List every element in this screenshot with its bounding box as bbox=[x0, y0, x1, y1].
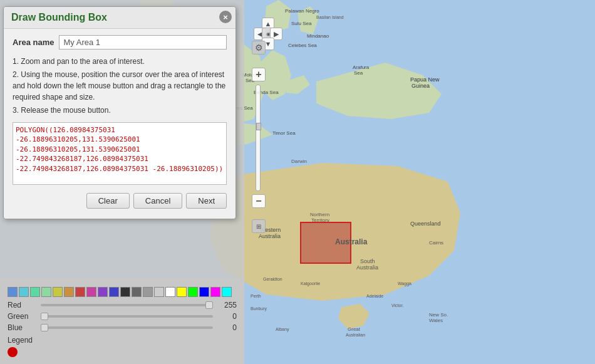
swatch-blue-dark[interactable] bbox=[109, 287, 119, 297]
draw-bounding-box-dialog: Draw Bounding Box × Area name 1. Zoom an… bbox=[3, 6, 236, 219]
svg-text:Victor.: Victor. bbox=[391, 303, 403, 308]
svg-text:Australia: Australia bbox=[356, 264, 378, 271]
swatch-dark[interactable] bbox=[120, 287, 130, 297]
area-name-row: Area name bbox=[13, 35, 227, 49]
green-thumb[interactable] bbox=[41, 313, 48, 320]
green-value: 0 bbox=[218, 312, 237, 321]
svg-text:Papua New: Papua New bbox=[410, 76, 440, 83]
red-label: Red bbox=[8, 301, 36, 309]
swatch-green-light[interactable] bbox=[41, 287, 51, 297]
dialog-buttons: Clear Cancel Next bbox=[13, 193, 227, 212]
svg-text:New So.: New So. bbox=[429, 312, 448, 318]
svg-text:Australian: Australian bbox=[346, 333, 365, 337]
bottom-panel: Red 255 Green 0 Blue 0 Legend bbox=[0, 278, 244, 364]
svg-text:South: South bbox=[360, 258, 375, 264]
svg-text:Wagga: Wagga bbox=[398, 281, 411, 286]
dialog-header: Draw Bounding Box × bbox=[4, 7, 235, 29]
blue-track bbox=[41, 326, 213, 329]
legend-label: Legend bbox=[8, 336, 237, 345]
svg-text:Geraldton: Geraldton bbox=[263, 277, 282, 281]
gear-button[interactable]: ⚙ bbox=[252, 41, 266, 55]
polygon-textarea[interactable] bbox=[13, 122, 227, 185]
blue-slider-row: Blue 0 bbox=[8, 323, 237, 332]
swatch-pink[interactable] bbox=[86, 287, 96, 297]
svg-text:Queensland: Queensland bbox=[410, 221, 441, 227]
close-button[interactable]: × bbox=[219, 11, 232, 23]
swatch-purple[interactable] bbox=[98, 287, 108, 297]
instructions: 1. Zoom and pan to the area of interest.… bbox=[13, 56, 227, 116]
area-name-label: Area name bbox=[13, 38, 54, 47]
legend-section: Legend bbox=[8, 336, 237, 359]
svg-text:Basilan Island: Basilan Island bbox=[316, 15, 344, 19]
svg-text:Australia: Australia bbox=[335, 237, 368, 246]
swatch-cyan-bright[interactable] bbox=[222, 287, 232, 297]
svg-text:Mindanao: Mindanao bbox=[307, 33, 329, 39]
blue-thumb[interactable] bbox=[41, 324, 48, 331]
red-thumb[interactable] bbox=[205, 301, 213, 309]
blue-value: 0 bbox=[218, 323, 237, 332]
svg-text:Palawan Negro: Palawan Negro bbox=[285, 8, 319, 14]
zoom-out-button[interactable]: − bbox=[252, 194, 266, 208]
next-button[interactable]: Next bbox=[186, 193, 227, 209]
swatch-green-bright[interactable] bbox=[188, 287, 198, 297]
swatch-blue-bright[interactable] bbox=[199, 287, 209, 297]
green-track bbox=[41, 315, 213, 318]
swatch-white[interactable] bbox=[165, 287, 175, 297]
instruction-1: 1. Zoom and pan to the area of interest. bbox=[13, 56, 227, 67]
svg-text:Perth: Perth bbox=[251, 294, 261, 298]
svg-text:Sea: Sea bbox=[354, 70, 363, 76]
svg-text:Kalgoorlie: Kalgoorlie bbox=[301, 281, 320, 286]
svg-text:Arafura: Arafura bbox=[353, 65, 370, 70]
legend-color-circle bbox=[8, 347, 18, 357]
svg-text:Northern: Northern bbox=[310, 212, 329, 217]
red-slider-row: Red 255 bbox=[8, 301, 237, 309]
swatch-orange[interactable] bbox=[64, 287, 74, 297]
swatch-blue[interactable] bbox=[8, 287, 18, 297]
dialog-body: Area name 1. Zoom and pan to the area of… bbox=[4, 29, 235, 219]
svg-text:Great: Great bbox=[348, 326, 361, 332]
swatch-teal[interactable] bbox=[30, 287, 40, 297]
zoom-in-button[interactable]: + bbox=[252, 68, 266, 81]
svg-text:Celebes Sea: Celebes Sea bbox=[288, 43, 317, 48]
svg-text:Australia: Australia bbox=[259, 233, 281, 239]
red-track bbox=[41, 304, 213, 306]
svg-text:Darwin: Darwin bbox=[291, 159, 307, 164]
svg-text:Adelaide: Adelaide bbox=[366, 294, 383, 298]
svg-text:Guinea: Guinea bbox=[411, 83, 430, 89]
area-name-input[interactable] bbox=[59, 35, 227, 49]
instruction-2: 2. Using the mouse, position the cursor … bbox=[13, 69, 227, 103]
swatch-yellow-bright[interactable] bbox=[177, 287, 187, 297]
svg-text:Wales: Wales bbox=[429, 318, 443, 323]
swatch-yellow[interactable] bbox=[53, 287, 63, 297]
swatch-red-mid[interactable] bbox=[75, 287, 85, 297]
dialog-title: Draw Bounding Box bbox=[11, 12, 107, 23]
swatch-cyan[interactable] bbox=[19, 287, 29, 297]
instruction-3: 3. Release the mouse button. bbox=[13, 105, 227, 116]
maximize-button[interactable]: ⊞ bbox=[252, 219, 266, 233]
zoom-bar[interactable] bbox=[256, 85, 261, 191]
color-swatches bbox=[8, 287, 237, 297]
svg-text:Sulu Sea: Sulu Sea bbox=[291, 21, 312, 26]
swatch-gray-mid[interactable] bbox=[143, 287, 153, 297]
green-slider-row: Green 0 bbox=[8, 312, 237, 321]
svg-text:Territory: Territory bbox=[311, 217, 329, 223]
red-value: 255 bbox=[218, 301, 237, 309]
zoom-slider-handle[interactable] bbox=[256, 123, 261, 130]
swatch-gray-dark[interactable] bbox=[132, 287, 142, 297]
blue-label: Blue bbox=[8, 323, 36, 332]
cancel-button[interactable]: Cancel bbox=[133, 193, 182, 209]
svg-text:Albany: Albany bbox=[276, 327, 289, 332]
green-label: Green bbox=[8, 312, 36, 321]
svg-text:Timor Sea: Timor Sea bbox=[272, 130, 296, 136]
svg-text:Cairns: Cairns bbox=[429, 240, 443, 246]
clear-button[interactable]: Clear bbox=[86, 193, 130, 209]
swatch-magenta[interactable] bbox=[210, 287, 220, 297]
swatch-gray-light[interactable] bbox=[154, 287, 164, 297]
svg-text:Bunbury: Bunbury bbox=[251, 306, 267, 311]
